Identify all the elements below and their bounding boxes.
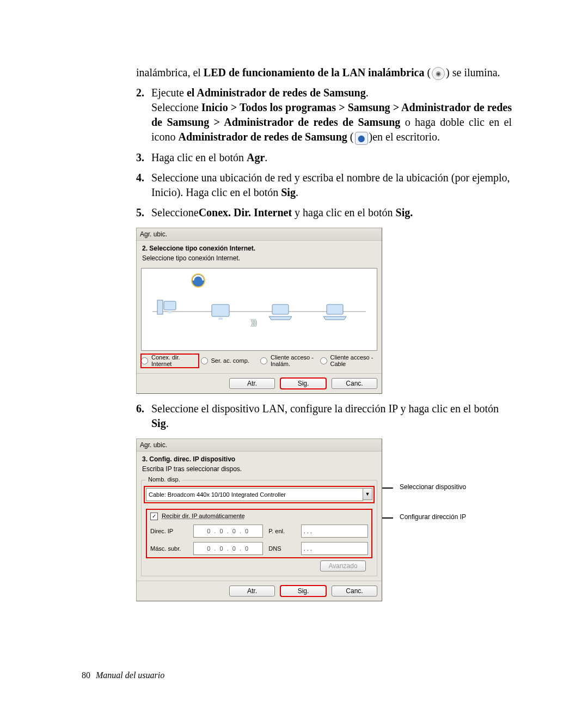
page-footer: 80 Manual del usuario (82, 671, 164, 680)
device-dropdown[interactable]: Cable: Broadcom 440x 10/100 Integrated C… (146, 488, 363, 501)
step-4: 4. Seleccione una ubicación de red y esc… (136, 170, 512, 200)
checkbox-label: Recibir dir. IP automáticamente (162, 513, 245, 519)
svg-rect-8 (327, 304, 343, 314)
intro-close: ) se ilumina. (446, 66, 500, 78)
t: . (166, 417, 169, 429)
step-2: 2. Ejecute el Administrador de redes de … (136, 86, 512, 144)
advanced-button[interactable]: Avanzado (320, 560, 366, 571)
section-subtitle: Escriba IP tras seleccionar dispos. (142, 465, 376, 473)
t: Agr (247, 151, 265, 163)
dialog-title: Agr. ubic. (137, 439, 382, 452)
svg-rect-2 (157, 300, 163, 314)
t: Conex. Dir. Internet (199, 206, 292, 218)
intro-open: ( (424, 66, 431, 78)
radio-icon (260, 357, 267, 364)
t: el Administrador de redes de Samsung (187, 87, 366, 99)
t: Ejecute (151, 87, 187, 99)
t: Seleccione el dispositivo LAN, configure… (151, 403, 499, 415)
step-num: 3. (136, 150, 151, 165)
cancel-button[interactable]: Canc. (332, 586, 377, 596)
radio-icon (320, 357, 327, 364)
t: . (366, 87, 369, 99)
radio-client-wireless[interactable]: Cliente acceso - Inalám. (260, 354, 318, 367)
t: Seleccione (151, 206, 199, 218)
section-subtitle: Seleccione tipo conexión Internet. (142, 254, 376, 263)
t: Seleccione una ubicación de red y escrib… (151, 172, 510, 198)
t: Seleccione (151, 101, 201, 113)
callout-text: Configurar dirección IP (400, 513, 466, 521)
internet-explorer-icon (191, 273, 206, 290)
next-button[interactable]: Sig. (280, 378, 326, 389)
t: )en el escritorio. (369, 131, 440, 143)
t: . (265, 151, 267, 163)
body-text: inalámbrica, el LED de funcionamiento de… (136, 65, 512, 601)
radio-icon (201, 357, 208, 364)
intro-pre: inalámbrica, el (136, 66, 204, 78)
t: Sig. (396, 206, 413, 218)
cancel-button[interactable]: Canc. (332, 378, 377, 389)
dialog-2-screenshot: Agr. ubic. 3. Config. direc. IP disposit… (136, 438, 512, 601)
callout-text: Seleccionar dispositivo (400, 483, 466, 491)
svg-rect-7 (272, 304, 289, 314)
svg-rect-5 (212, 304, 229, 316)
dialog-1-screenshot: Agr. ubic. 2. Seleccione tipo conexión I… (136, 228, 512, 394)
radio-label: Conex. dir. Internet (151, 354, 199, 367)
section-title: 3. Config. direc. IP dispositivo (142, 455, 376, 464)
intro-bold: LED de funcionamiento de la LAN inalámbr… (204, 66, 425, 78)
t: Administrador de redes de Samsung (178, 131, 347, 143)
monitor-icon (207, 301, 234, 323)
t: ( (347, 131, 354, 143)
label-dns: DNS (268, 545, 295, 553)
radio-client-cable[interactable]: Cliente acceso - Cable (320, 354, 378, 367)
label-gateway: P. enl. (268, 527, 295, 535)
step-num: 2. (136, 86, 151, 144)
network-diagram: )))) (141, 268, 377, 351)
t: Sig (281, 186, 296, 198)
wifi-led-icon: ◉ (432, 67, 445, 80)
t: Haga clic en el botón (151, 151, 247, 163)
t: Sig (151, 417, 166, 429)
device-group: Nomb. disp. Cable: Broadcom 440x 10/100 … (141, 480, 377, 576)
radio-icon (141, 357, 148, 364)
svg-rect-6 (218, 318, 223, 320)
step-num: 4. (136, 170, 151, 200)
step-3: 3. Haga clic en el botón Agr. (136, 150, 512, 165)
ip-input[interactable]: 0 . 0 . 0 . 0 (193, 525, 263, 538)
svg-rect-4 (168, 311, 171, 313)
label-ip: Direc. IP (150, 527, 188, 535)
next-button[interactable]: Sig. (280, 586, 326, 596)
laptop-wifi-icon (267, 302, 294, 322)
network-manager-icon: ⬤ (355, 132, 368, 145)
laptop-cable-icon (321, 302, 348, 322)
tower-pc-icon (152, 296, 180, 318)
chevron-down-icon[interactable]: ▼ (363, 488, 372, 500)
radio-direct-internet[interactable]: Conex. dir. Internet (141, 354, 199, 367)
step-5: 5. SeleccioneConex. Dir. Internet y haga… (136, 205, 512, 220)
back-button[interactable]: Atr. (229, 378, 275, 389)
step-num: 6. (136, 401, 151, 431)
label-mask: Másc. subr. (150, 545, 188, 553)
footer-label: Manual del usuario (96, 671, 164, 680)
dns-input[interactable]: . . . (301, 542, 368, 555)
radio-label: Ser. ac. comp. (211, 357, 249, 364)
radio-label: Cliente acceso - Inalám. (271, 354, 318, 367)
radio-shared-server[interactable]: Ser. ac. comp. (201, 354, 259, 367)
section-title: 2. Seleccione tipo conexión Internet. (142, 244, 376, 253)
gateway-input[interactable]: . . . (301, 525, 368, 538)
back-button[interactable]: Atr. (229, 586, 275, 596)
checkbox-auto-ip[interactable]: ✓ (150, 513, 158, 520)
step-6: 6. Seleccione el dispositivo LAN, config… (136, 401, 512, 431)
radio-label: Cliente acceso - Cable (330, 354, 378, 367)
t: y haga clic en el botón (292, 206, 396, 218)
t: . (296, 186, 298, 198)
step-num: 5. (136, 205, 151, 220)
callout-select-device: Seleccionar dispositivo (390, 483, 466, 492)
group-title: Nomb. disp. (146, 476, 182, 484)
callout-configure-ip: Configurar dirección IP (390, 513, 466, 522)
dialog-title: Agr. ubic. (137, 228, 382, 241)
wireless-waves-icon: )))) (250, 318, 256, 328)
svg-rect-3 (164, 301, 176, 310)
mask-input[interactable]: 0 . 0 . 0 . 0 (193, 542, 263, 555)
page-number: 80 (82, 671, 90, 680)
